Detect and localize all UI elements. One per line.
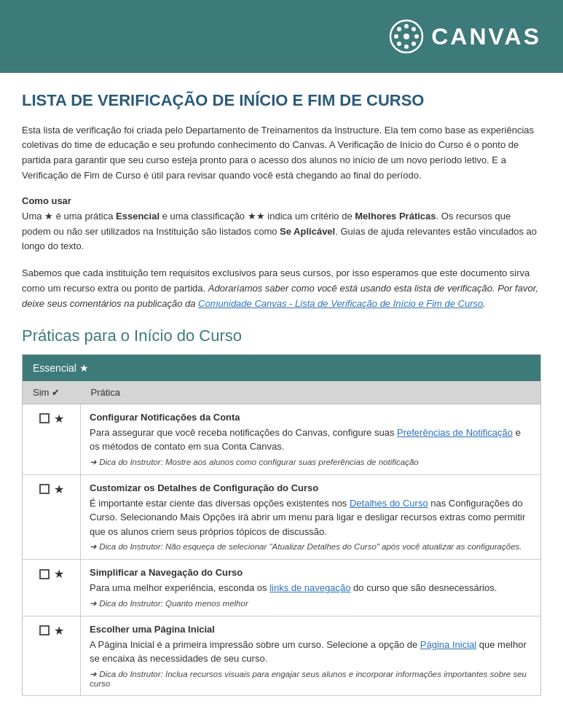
how-to-use-text-middle1: e uma classificação ★★ indica um critéri…	[160, 211, 355, 222]
col1-header: Sim ✔	[23, 381, 81, 404]
table-row: ★Customizar os Detalhes de Configuração …	[23, 474, 541, 560]
how-to-use-section: Como usar Uma ★ é uma prática Essencial …	[22, 195, 541, 254]
practice-title: Escolher uma Página Inicial	[90, 624, 532, 635]
page-title: LISTA DE VERIFICAÇÃO DE INÍCIO E FIM DE …	[22, 90, 541, 111]
canvas-logo-icon	[389, 19, 424, 54]
checkbox-cell: ★	[23, 560, 81, 617]
how-to-use-text-before: Uma ★ é uma prática	[22, 211, 116, 222]
community-link[interactable]: Comunidade Canvas - Lista de Verificação…	[198, 298, 483, 309]
svg-point-3	[404, 44, 409, 49]
svg-point-5	[414, 34, 419, 39]
table-header-row: Essencial ★	[23, 354, 541, 381]
star-icon: ★	[54, 412, 64, 426]
how-to-use-label: Como usar	[22, 195, 541, 206]
practice-title: Customizar os Detalhes de Configuração d…	[90, 482, 532, 493]
practice-cell: Configurar Notificações da ContaPara ass…	[81, 404, 541, 474]
checkbox-item[interactable]	[39, 569, 50, 579]
practice-cell: Simplificar a Navegação do CursoPara uma…	[81, 560, 541, 617]
instructor-tip: ➜ Dica do Instrutor: Mostre aos alunos c…	[90, 457, 532, 467]
practice-link[interactable]: Detalhes do Curso	[350, 498, 428, 509]
canvas-logo: CANVAS	[389, 19, 541, 54]
practice-desc: Para uma melhor experiência, esconda os …	[90, 581, 532, 595]
svg-point-4	[394, 34, 398, 39]
instructor-tip: ➜ Dica do Instrutor: Não esqueça de sele…	[90, 541, 532, 552]
table-row: ★Escolher uma Página InicialA Página Ini…	[23, 616, 541, 695]
practice-desc: Para assegurar que você receba notificaç…	[90, 426, 532, 454]
community-paragraph: Sabemos que cada instituição tem requisi…	[22, 266, 541, 311]
practice-title: Simplificar a Navegação do Curso	[90, 567, 532, 578]
checkbox-item[interactable]	[39, 413, 50, 423]
checkbox-cell: ★	[23, 404, 81, 474]
instructor-tip: ➜ Dica do Instrutor: Quanto menos melhor	[90, 598, 532, 608]
essencial-bold: Essencial	[116, 211, 160, 222]
page-header: CANVAS	[0, 0, 563, 73]
svg-point-8	[412, 27, 416, 31]
intro-paragraph: Esta lista de verificação foi criada pel…	[22, 123, 541, 184]
table-main-header: Essencial ★	[23, 354, 541, 381]
table-row: ★Configurar Notificações da ContaPara as…	[23, 404, 541, 474]
practice-desc: A Página Inicial é a primeira impressão …	[90, 638, 532, 666]
table-col-header-row: Sim ✔ Prática	[23, 381, 541, 404]
star-icon: ★	[54, 567, 64, 581]
canvas-brand-text: CANVAS	[431, 23, 541, 50]
checkbox-item[interactable]	[39, 484, 50, 494]
how-to-use-text: Uma ★ é uma prática Essencial e uma clas…	[22, 209, 541, 254]
svg-point-2	[404, 24, 409, 28]
svg-point-1	[403, 34, 409, 39]
col2-header: Prática	[81, 381, 541, 404]
practice-link[interactable]: links de navegação	[269, 582, 350, 593]
practice-title: Configurar Notificações da Conta	[90, 412, 532, 423]
practice-link[interactable]: Preferências de Notificação	[397, 427, 513, 438]
star-icon: ★	[54, 482, 64, 496]
star-icon: ★	[54, 624, 64, 638]
practice-desc: É importante estar ciente das diversas o…	[90, 496, 532, 539]
table-row: ★Simplificar a Navegação do CursoPara um…	[23, 560, 541, 617]
practice-link[interactable]: Página Inicial	[420, 639, 476, 650]
checklist-table: Essencial ★ Sim ✔ Prática ★Configurar No…	[22, 354, 541, 696]
practice-cell: Escolher uma Página InicialA Página Inic…	[81, 616, 541, 695]
checkbox-item[interactable]	[39, 625, 50, 635]
se-aplicavel-bold: Se Aplicável	[280, 226, 335, 237]
checkbox-cell: ★	[23, 616, 81, 695]
svg-point-6	[397, 27, 401, 31]
practice-cell: Customizar os Detalhes de Configuração d…	[81, 474, 541, 560]
svg-point-7	[412, 42, 416, 46]
main-content: LISTA DE VERIFICAÇÃO DE INÍCIO E FIM DE …	[0, 73, 563, 713]
instructor-tip: ➜ Dica do Instrutor: Inclua recursos vis…	[90, 669, 532, 688]
melhores-praticas-bold: Melhores Práticas	[355, 211, 436, 222]
checkbox-cell: ★	[23, 474, 81, 560]
svg-point-9	[397, 42, 401, 46]
section-heading: Práticas para o Início do Curso	[22, 326, 541, 345]
